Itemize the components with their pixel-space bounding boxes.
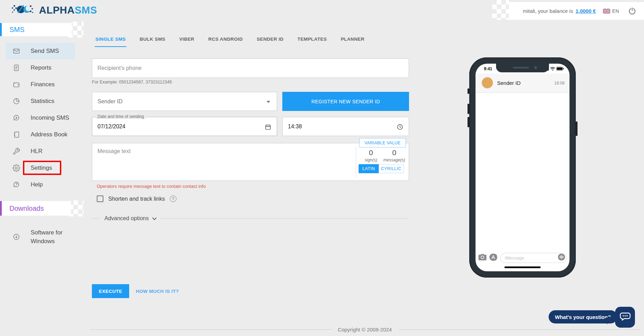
messages-label: message(s) [383, 158, 406, 162]
message-counters: 0 sign(s) 0 message(s) [359, 149, 406, 162]
sidebar-section-sms-title: SMS [9, 26, 24, 34]
sidebar-item-settings[interactable]: Settings [6, 160, 75, 176]
phone-speaker [513, 67, 529, 69]
app-store-icon [489, 253, 498, 263]
sidebar-section-downloads: Downloads [0, 201, 71, 216]
sidebar-item-label: HLR [31, 148, 42, 155]
execute-button[interactable]: EXECUTE [92, 284, 129, 298]
sidebar-item-label: Incoming SMS [31, 114, 69, 121]
sidebar-item-statistics[interactable]: Statistics [6, 93, 75, 110]
sidebar-item-incoming-sms[interactable]: Incoming SMS [6, 110, 75, 126]
date-field: Date and time of sending [92, 117, 277, 136]
chevron-down-icon [267, 101, 270, 103]
sidebar-item-label: Send SMS [31, 48, 59, 55]
chat-question-text: What's your question? [555, 314, 611, 320]
date-field-label: Date and time of sending [96, 114, 146, 119]
phone-notch [496, 64, 549, 72]
wallet-icon [13, 81, 20, 88]
wrench-icon [13, 147, 20, 155]
download-icon [13, 233, 20, 241]
audio-wave-icon [558, 253, 565, 262]
gear-icon [13, 164, 20, 172]
time-input[interactable] [283, 117, 409, 136]
incoming-sms-icon [13, 114, 20, 122]
uk-flag-icon[interactable] [603, 9, 610, 14]
phone-home-indicator [504, 266, 541, 268]
header-account-bar: mitali, your balance is 1,0000 € EN [509, 2, 644, 20]
address-book-icon [13, 131, 20, 138]
tab-single-sms[interactable]: SINGLE SMS [95, 32, 126, 47]
language-selector[interactable]: EN [612, 8, 619, 14]
sidebar-item-label: Settings [31, 165, 52, 171]
shorten-links-help-icon[interactable]: ? [170, 195, 176, 202]
copyright-text: Copyright © 2008-2024 [338, 327, 392, 333]
date-input[interactable] [92, 117, 277, 136]
sidebar-item-finances[interactable]: Finances [6, 76, 75, 93]
tab-planner[interactable]: PLANNER [340, 32, 365, 47]
footer: Copyright © 2008-2024 [90, 325, 640, 334]
logo-alpha: ALPHA [39, 5, 74, 16]
sidebar-item-hlr[interactable]: HLR [6, 143, 75, 160]
tab-viber[interactable]: VIBER [179, 32, 195, 47]
shorten-links-label: Shorten and track links [108, 196, 165, 202]
latin-button[interactable]: LATIN [359, 164, 379, 173]
sidebar-item-help[interactable]: Help [6, 176, 75, 193]
signs-counter: 0 sign(s) [359, 149, 383, 162]
tab-templates[interactable]: TEMPLATES [297, 32, 328, 47]
sidebar-downloads-nav: Software for Windows [6, 224, 75, 250]
shorten-links-checkbox[interactable] [97, 195, 103, 202]
chat-launcher-button[interactable] [615, 307, 635, 328]
imessage-placeholder: iMessage [505, 255, 558, 261]
sidebar-item-reports[interactable]: Reports [6, 59, 75, 76]
logout-power-icon[interactable] [628, 7, 636, 15]
battery-icon [556, 67, 564, 71]
logo-text: ALPHASMS [39, 5, 97, 16]
tab-sender-id[interactable]: SENDER ID [256, 32, 284, 47]
phone-power-button [576, 121, 578, 136]
sms-tabs: SINGLE SMS BULK SMS VIBER RCS ANDROID SE… [95, 32, 365, 47]
phone-input-row: iMessage [478, 253, 567, 263]
footer-divider-left [90, 329, 331, 330]
sender-id-select[interactable]: Sender ID [92, 92, 277, 111]
sidebar-item-software-for-windows[interactable]: Software for Windows [6, 224, 75, 250]
sender-id-placeholder: Sender ID [97, 98, 123, 105]
signs-count: 0 [359, 149, 383, 157]
sidebar-item-label: Statistics [31, 98, 54, 105]
phone-volume-up-button [468, 104, 469, 114]
message-text-input[interactable] [92, 143, 350, 181]
camera-icon [478, 254, 487, 262]
sidebar-item-send-sms[interactable]: Send SMS [6, 43, 75, 59]
alphasms-app: { "header": { "logo_alpha": "ALPHA", "lo… [0, 0, 644, 336]
help-bubble-icon [13, 181, 20, 189]
balance-link[interactable]: 1,0000 € [575, 8, 596, 14]
phone-preview: 9:41 Sender ID 18:08 iMessage [469, 57, 576, 278]
tab-bulk-sms[interactable]: BULK SMS [139, 32, 166, 47]
recipient-phone-input[interactable] [92, 59, 409, 78]
shorten-links-row: Shorten and track links ? [97, 195, 176, 202]
logo-mark-icon [12, 2, 37, 18]
sidebar-nav: Send SMS Reports Finances Statistics Inc… [6, 43, 75, 193]
imessage-input[interactable]: iMessage [500, 253, 567, 263]
phone-message-time: 18:08 [554, 81, 565, 86]
header-checker-decoration [492, 0, 509, 20]
app-logo[interactable]: ALPHASMS [12, 3, 97, 17]
tab-rcs-android[interactable]: RCS ANDROID [207, 32, 243, 47]
time-field [282, 117, 409, 136]
balance-prefix: mitali, your balance is [523, 8, 573, 14]
phone-volume-down-button [468, 117, 469, 127]
avatar [482, 77, 493, 88]
register-new-sender-id-button[interactable]: REGISTER NEW SENDER ID [282, 92, 409, 111]
phone-mute-switch [468, 88, 469, 94]
advanced-options-toggle[interactable]: Advanced options [92, 214, 409, 223]
sidebar-item-label: Software for Windows [31, 228, 69, 246]
sidebar-item-address-book[interactable]: Address Book [6, 126, 75, 143]
sidebar-section-downloads-title: Downloads [9, 205, 44, 213]
messages-count: 0 [383, 149, 406, 157]
sidebar-section-sms: SMS [0, 23, 72, 36]
cyrillic-button[interactable]: CYRILLIC [379, 164, 404, 173]
variable-value-button[interactable]: VARIABLE VALUE [359, 138, 406, 147]
sidebar-item-label: Finances [31, 81, 55, 88]
report-icon [13, 64, 20, 72]
how-much-is-it-link[interactable]: HOW MUCH IS IT? [136, 284, 179, 298]
message-error-text: Operators require message text to contai… [97, 184, 206, 189]
